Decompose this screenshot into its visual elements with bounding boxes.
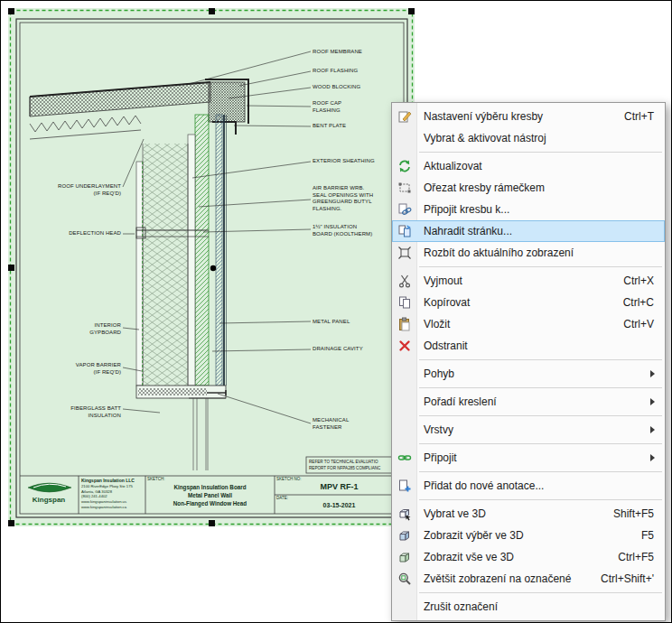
crop-icon	[392, 181, 416, 195]
menu-item-shortcut: F5	[641, 529, 665, 542]
date-value: 03-15-2021	[276, 502, 402, 508]
drawing-anchor-point[interactable]	[210, 265, 216, 271]
menu-item-deselect[interactable]: Zrušit označení	[392, 596, 665, 618]
drawing-label: DEFLECTION HEAD	[69, 230, 121, 237]
menu-item-shortcut: Ctrl+V	[623, 318, 665, 330]
drawing-label: FIBERGLASS BATT INSULATION	[70, 405, 121, 419]
drawing-label: WOOD BLOCKING	[313, 84, 360, 91]
menu-item-add-to-new-annotation[interactable]: Přidat do nové anotace...	[392, 475, 665, 497]
replace-page-icon	[392, 224, 416, 238]
drawing-label: VAPOR BARRIER (IF REQ'D)	[76, 362, 121, 376]
sketch-no-label: SKETCH NO:	[276, 477, 302, 481]
drawing-label: ROOF CAP FLASHING	[313, 100, 341, 114]
menu-item-label: Zobrazit výběr ve 3D	[416, 529, 641, 542]
menu-separator	[419, 415, 662, 416]
menu-item-shortcut: Ctrl+X	[623, 274, 665, 287]
menu-item-label: Vybrat ve 3D	[416, 507, 613, 520]
menu-item-shortcut: Ctrl+T	[624, 110, 665, 123]
menu-item-label: Kopírovat	[416, 296, 623, 309]
kingspan-logo-wordmark: Kingspan	[21, 496, 77, 504]
drawing-label: AIR BARRIER WRB. SEAL OPENINGS WITH GREE…	[313, 185, 373, 212]
add-annotation-icon	[392, 479, 416, 493]
menu-item-label: Vložit	[416, 318, 623, 330]
menu-item-explode-current-view[interactable]: Rozbít do aktuálního zobrazení	[392, 242, 665, 264]
submenu-arrow-icon	[650, 398, 665, 405]
drawing-label: DRAINAGE CAVITY	[313, 346, 363, 353]
compliance-note: REFER TO TECHNICAL EVALUATIO REPORT FOR …	[309, 459, 401, 472]
app-window: ROOF MEMBRANE ROOF FLASHING WOOD BLOCKIN…	[0, 0, 672, 623]
menu-item-crop-drawing-frame[interactable]: Ořezat kresby rámečkem	[392, 177, 665, 199]
menu-item-label: Ořezat kresby rámečkem	[416, 181, 654, 194]
company-name: Kingspan Insulation LLC	[81, 478, 145, 484]
company-address: 2100 RiverEdge Pkwy Ste 175 Atlanta, GA …	[81, 484, 145, 509]
show-selection-3d-icon	[392, 528, 416, 543]
menu-item-label: Vyjmout	[416, 274, 623, 287]
menu-item-show-selection-in-3d[interactable]: Zobrazit výběr ve 3D F5	[392, 525, 665, 546]
menu-item-replace-page[interactable]: Nahradit stránku...	[392, 220, 665, 242]
menu-item-show-all-in-3d[interactable]: Zobrazit vše ve 3D Ctrl+F5	[392, 546, 665, 568]
menu-item-label: Pohyb	[416, 367, 650, 380]
menu-item-cut[interactable]: Vyjmout Ctrl+X	[392, 270, 665, 292]
menu-item-label: Připojit	[416, 451, 650, 464]
menu-item-label: Zobrazit vše ve 3D	[416, 551, 618, 563]
submenu-arrow-icon	[650, 426, 665, 433]
date-label: DATE:	[276, 496, 288, 500]
menu-item-drawing-order[interactable]: Pořadí kreslení	[392, 391, 665, 413]
drawing-label: EXTERIOR SHEATHING	[313, 158, 375, 165]
menu-item-shortcut: Ctrl+C	[623, 296, 665, 309]
menu-item-label: Vrstvy	[416, 423, 650, 436]
explode-icon	[392, 246, 416, 260]
drawing-settings-icon	[392, 109, 416, 124]
submenu-arrow-icon	[650, 454, 665, 461]
menu-item-zoom-to-selection[interactable]: Zvětšit zobrazení na označené Ctrl+Shift…	[392, 568, 665, 590]
copy-icon	[392, 295, 416, 310]
menu-item-label: Nahradit stránku...	[416, 225, 654, 237]
menu-item-shortcut: Ctrl+Shift+'	[601, 572, 665, 585]
menu-item-copy[interactable]: Kopírovat Ctrl+C	[392, 292, 665, 313]
drawing-label: ROOF MEMBRANE	[313, 49, 362, 56]
menu-separator	[419, 387, 662, 388]
menu-item-delete[interactable]: Odstranit	[392, 335, 665, 357]
menu-separator	[419, 592, 662, 593]
selected-drawing[interactable]: ROOF MEMBRANE ROOF FLASHING WOOD BLOCKIN…	[8, 8, 415, 526]
wall-assembly	[136, 115, 227, 386]
menu-item-update[interactable]: Aktualizovat	[392, 155, 665, 177]
window-head	[136, 386, 226, 470]
drawing-label: ROOF FLASHING	[313, 68, 358, 75]
menu-item-attach[interactable]: Připojit	[392, 447, 665, 469]
menu-item-label: Aktualizovat	[416, 160, 654, 172]
menu-item-paste[interactable]: Vložit Ctrl+V	[392, 313, 665, 335]
menu-separator	[419, 443, 662, 444]
menu-separator	[419, 266, 662, 267]
menu-item-shortcut: Ctrl+F5	[618, 551, 665, 563]
menu-item-label: Rozbít do aktuálního zobrazení	[416, 246, 654, 259]
roof-assembly	[30, 82, 210, 139]
menu-item-label: Pořadí kreslení	[416, 395, 650, 408]
menu-item-move[interactable]: Pohyb	[392, 363, 665, 385]
context-menu: Nastavení výběru kresby Ctrl+T Vybrat & …	[391, 102, 666, 621]
menu-separator	[419, 359, 662, 360]
sketch-title: Kingspan Insulation Board Metal Panel Wa…	[147, 484, 273, 507]
sketch-label: SKETCH:	[147, 477, 165, 481]
refresh-icon	[392, 159, 416, 173]
menu-item-label: Vybrat & aktivovat nástroj	[416, 132, 654, 144]
zoom-selection-icon	[392, 572, 416, 586]
delete-icon	[392, 339, 416, 353]
menu-item-select-activate-tool[interactable]: Vybrat & aktivovat nástroj	[392, 127, 665, 149]
menu-item-select-in-3d[interactable]: Vybrat ve 3D Shift+F5	[392, 503, 665, 525]
sketch-no-value: MPV RF-1	[276, 482, 402, 491]
menu-item-layers[interactable]: Vrstvy	[392, 419, 665, 441]
menu-item-link-drawing-to[interactable]: Připojit kresbu k...	[392, 199, 665, 220]
show-all-3d-icon	[392, 550, 416, 564]
drawing-label: BENT PLATE	[313, 123, 346, 130]
select-3d-icon	[392, 507, 416, 521]
menu-item-label: Zrušit označení	[416, 600, 654, 613]
menu-separator	[419, 471, 662, 472]
menu-item-drawing-selection-settings[interactable]: Nastavení výběru kresby Ctrl+T	[392, 106, 665, 127]
drawing-label: METAL PANEL	[313, 319, 350, 326]
menu-item-shortcut: Shift+F5	[613, 507, 665, 520]
menu-separator	[419, 499, 662, 500]
link-drawing-icon	[392, 202, 416, 217]
drawing-label: ROOF UNDERLAYMENT (IF REQ'D)	[58, 183, 121, 197]
parapet-blocking	[205, 79, 248, 135]
